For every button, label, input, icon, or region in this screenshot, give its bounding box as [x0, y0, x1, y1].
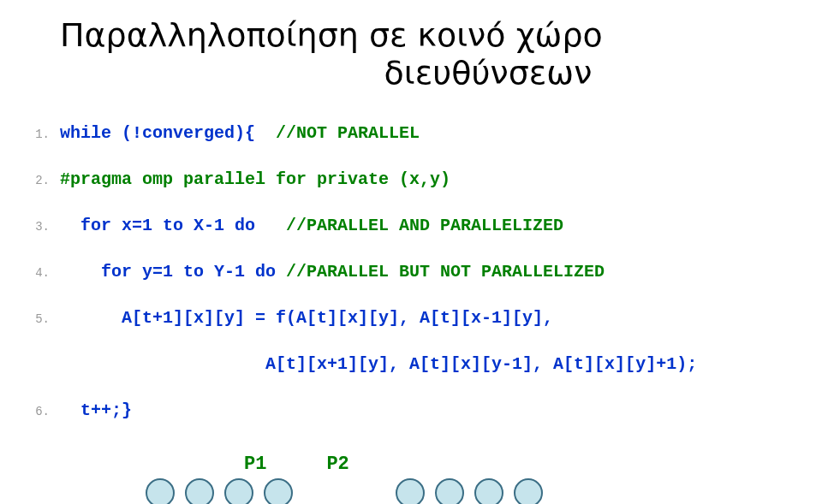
grid-cell-cyan	[435, 478, 464, 504]
code-text: A[t+1][x][y] = f(A[t][x][y], A[t][x-1][y…	[60, 308, 553, 328]
line-number: 5.	[26, 311, 50, 328]
grid-cell-cyan	[474, 478, 503, 504]
grid-row	[146, 478, 293, 504]
code-text: for x=1 to X-1 do	[60, 216, 286, 235]
code-text: t++;}	[60, 400, 132, 420]
code-text: while (!converged){	[60, 123, 276, 143]
grid-row	[396, 478, 543, 504]
title-line-2: διευθύνσεων	[60, 55, 796, 92]
diagram-area: P1 P2 t+1 t	[26, 454, 796, 504]
grid-cell-cyan	[264, 478, 293, 504]
line-number: 6.	[26, 404, 50, 420]
code-text: A[t][x+1][y], A[t][x][y-1], A[t][x][y]+1…	[60, 354, 697, 374]
label-p2: P2	[326, 454, 348, 475]
line-number: 3.	[26, 219, 50, 235]
label-p1: P1	[244, 454, 266, 475]
code-comment: //PARALLEL BUT NOT PARALLELIZED	[286, 262, 605, 282]
line-number: 4.	[26, 265, 50, 282]
grid-cell-cyan	[185, 478, 214, 504]
grid-cell-cyan	[514, 478, 543, 504]
processor-labels: P1 P2	[26, 454, 796, 475]
code-comment: //PARALLEL AND PARALLELIZED	[286, 216, 563, 235]
grid-right	[396, 478, 543, 504]
grid-left	[146, 478, 293, 504]
code-comment: //NOT PARALLEL	[276, 123, 420, 143]
code-block: 1. while (!converged){ //NOT PARALLEL 2.…	[26, 98, 796, 445]
line-number: 2.	[26, 173, 50, 189]
grid-cell-cyan	[146, 478, 175, 504]
title-line-1: Παραλληλοποίηση σε κοινό χώρο	[60, 16, 603, 54]
line-number: 1.	[26, 127, 50, 143]
grid-cell-cyan	[396, 478, 425, 504]
slide-title: Παραλληλοποίηση σε κοινό χώρο διευθύνσεω…	[26, 17, 796, 92]
grid-cell-cyan	[224, 478, 253, 504]
code-pragma: #pragma omp parallel for private (x,y)	[60, 169, 450, 189]
code-text: for y=1 to Y-1 do	[60, 262, 286, 282]
